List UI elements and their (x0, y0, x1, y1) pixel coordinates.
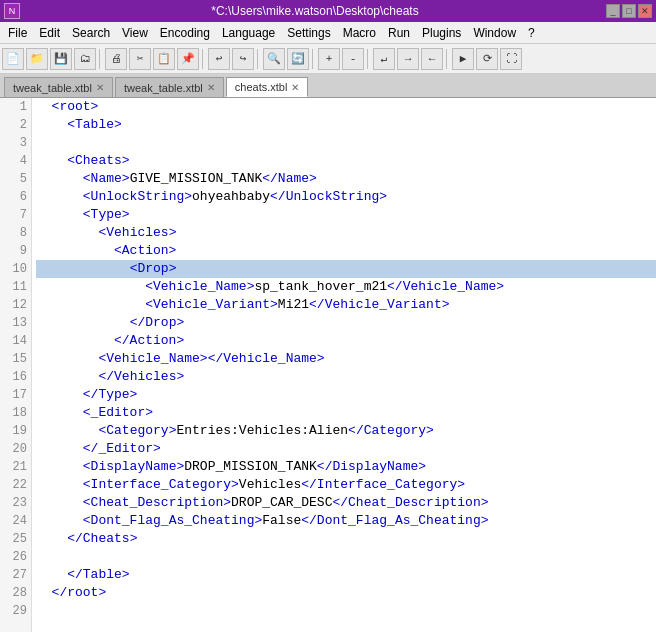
code-line-22[interactable]: <Interface_Category>Vehicles</Interface_… (36, 476, 656, 494)
wrap-button[interactable]: ↵ (373, 48, 395, 70)
line-number-21: 21 (0, 458, 31, 476)
line-number-24: 24 (0, 512, 31, 530)
indent-button[interactable]: → (397, 48, 419, 70)
line-number-29: 29 (0, 602, 31, 620)
code-line-10[interactable]: <Drop> (36, 260, 656, 278)
code-line-29[interactable] (36, 602, 656, 620)
toolbar-separator-1 (99, 49, 102, 69)
tab-close-2[interactable]: ✕ (207, 82, 215, 93)
menu-plugins[interactable]: Plugins (416, 24, 467, 42)
save-button[interactable]: 💾 (50, 48, 72, 70)
code-line-21[interactable]: <DisplayName>DROP_MISSION_TANK</DisplayN… (36, 458, 656, 476)
code-line-16[interactable]: </Vehicles> (36, 368, 656, 386)
menu-search[interactable]: Search (66, 24, 116, 42)
code-line-5[interactable]: <Name>GIVE_MISSION_TANK</Name> (36, 170, 656, 188)
code-line-9[interactable]: <Action> (36, 242, 656, 260)
line-number-9: 9 (0, 242, 31, 260)
zoom-out-button[interactable]: - (342, 48, 364, 70)
code-line-7[interactable]: <Type> (36, 206, 656, 224)
find-button[interactable]: 🔍 (263, 48, 285, 70)
line-number-1: 1 (0, 98, 31, 116)
menu-view[interactable]: View (116, 24, 154, 42)
code-line-26[interactable] (36, 548, 656, 566)
code-line-1[interactable]: <root> (36, 98, 656, 116)
code-area[interactable]: <root> <Table> <Cheats> <Name>GIVE_MISSI… (32, 98, 656, 632)
tab-label-1: tweak_table.xtbl (13, 82, 92, 94)
tab-close-1[interactable]: ✕ (96, 82, 104, 93)
line-number-7: 7 (0, 206, 31, 224)
code-line-3[interactable] (36, 134, 656, 152)
editor-area[interactable]: 1234567891011121314151617181920212223242… (0, 98, 656, 632)
window-controls: _ □ ✕ (606, 4, 652, 18)
code-line-25[interactable]: </Cheats> (36, 530, 656, 548)
macro-button[interactable]: ▶ (452, 48, 474, 70)
cut-button[interactable]: ✂ (129, 48, 151, 70)
code-line-12[interactable]: <Vehicle_Variant>Mi21</Vehicle_Variant> (36, 296, 656, 314)
menu-encoding[interactable]: Encoding (154, 24, 216, 42)
window-title: *C:\Users\mike.watson\Desktop\cheats (24, 4, 606, 18)
minimize-button[interactable]: _ (606, 4, 620, 18)
line-number-11: 11 (0, 278, 31, 296)
code-line-13[interactable]: </Drop> (36, 314, 656, 332)
toolbar-separator-5 (367, 49, 370, 69)
tab-tweak-table-2[interactable]: tweak_table.xtbl ✕ (115, 77, 224, 97)
line-number-20: 20 (0, 440, 31, 458)
zoom-in-button[interactable]: + (318, 48, 340, 70)
print-button[interactable]: 🖨 (105, 48, 127, 70)
code-line-17[interactable]: </Type> (36, 386, 656, 404)
line-number-15: 15 (0, 350, 31, 368)
line-number-3: 3 (0, 134, 31, 152)
code-line-2[interactable]: <Table> (36, 116, 656, 134)
code-line-24[interactable]: <Dont_Flag_As_Cheating>False</Dont_Flag_… (36, 512, 656, 530)
line-number-12: 12 (0, 296, 31, 314)
code-line-4[interactable]: <Cheats> (36, 152, 656, 170)
code-line-20[interactable]: </_Editor> (36, 440, 656, 458)
code-line-19[interactable]: <Category>Entries:Vehicles:Alien</Catego… (36, 422, 656, 440)
line-number-14: 14 (0, 332, 31, 350)
code-line-23[interactable]: <Cheat_Description>DROP_CAR_DESC</Cheat_… (36, 494, 656, 512)
line-number-16: 16 (0, 368, 31, 386)
code-line-14[interactable]: </Action> (36, 332, 656, 350)
save-all-button[interactable]: 🗂 (74, 48, 96, 70)
line-number-2: 2 (0, 116, 31, 134)
line-number-23: 23 (0, 494, 31, 512)
sync-button[interactable]: ⟳ (476, 48, 498, 70)
menu-help[interactable]: ? (522, 24, 541, 42)
code-line-8[interactable]: <Vehicles> (36, 224, 656, 242)
menu-run[interactable]: Run (382, 24, 416, 42)
new-button[interactable]: 📄 (2, 48, 24, 70)
menu-file[interactable]: File (2, 24, 33, 42)
line-number-25: 25 (0, 530, 31, 548)
code-line-15[interactable]: <Vehicle_Name></Vehicle_Name> (36, 350, 656, 368)
menu-language[interactable]: Language (216, 24, 281, 42)
menu-window[interactable]: Window (467, 24, 522, 42)
code-line-11[interactable]: <Vehicle_Name>sp_tank_hover_m21</Vehicle… (36, 278, 656, 296)
code-line-6[interactable]: <UnlockString>ohyeahbaby</UnlockString> (36, 188, 656, 206)
code-line-27[interactable]: </Table> (36, 566, 656, 584)
toolbar: 📄 📁 💾 🗂 🖨 ✂ 📋 📌 ↩ ↪ 🔍 🔄 + - ↵ → ← ▶ ⟳ ⛶ (0, 44, 656, 74)
tab-close-3[interactable]: ✕ (291, 82, 299, 93)
code-line-28[interactable]: </root> (36, 584, 656, 602)
code-line-18[interactable]: <_Editor> (36, 404, 656, 422)
line-number-26: 26 (0, 548, 31, 566)
paste-button[interactable]: 📌 (177, 48, 199, 70)
menu-macro[interactable]: Macro (337, 24, 382, 42)
tab-tweak-table-1[interactable]: tweak_table.xtbl ✕ (4, 77, 113, 97)
toolbar-separator-3 (257, 49, 260, 69)
fullscreen-button[interactable]: ⛶ (500, 48, 522, 70)
redo-button[interactable]: ↪ (232, 48, 254, 70)
line-number-22: 22 (0, 476, 31, 494)
line-number-18: 18 (0, 404, 31, 422)
copy-button[interactable]: 📋 (153, 48, 175, 70)
maximize-button[interactable]: □ (622, 4, 636, 18)
menu-settings[interactable]: Settings (281, 24, 336, 42)
replace-button[interactable]: 🔄 (287, 48, 309, 70)
outdent-button[interactable]: ← (421, 48, 443, 70)
undo-button[interactable]: ↩ (208, 48, 230, 70)
title-bar: N *C:\Users\mike.watson\Desktop\cheats _… (0, 0, 656, 22)
open-button[interactable]: 📁 (26, 48, 48, 70)
menu-edit[interactable]: Edit (33, 24, 66, 42)
tab-cheats[interactable]: cheats.xtbl ✕ (226, 77, 309, 97)
close-button[interactable]: ✕ (638, 4, 652, 18)
toolbar-separator-4 (312, 49, 315, 69)
